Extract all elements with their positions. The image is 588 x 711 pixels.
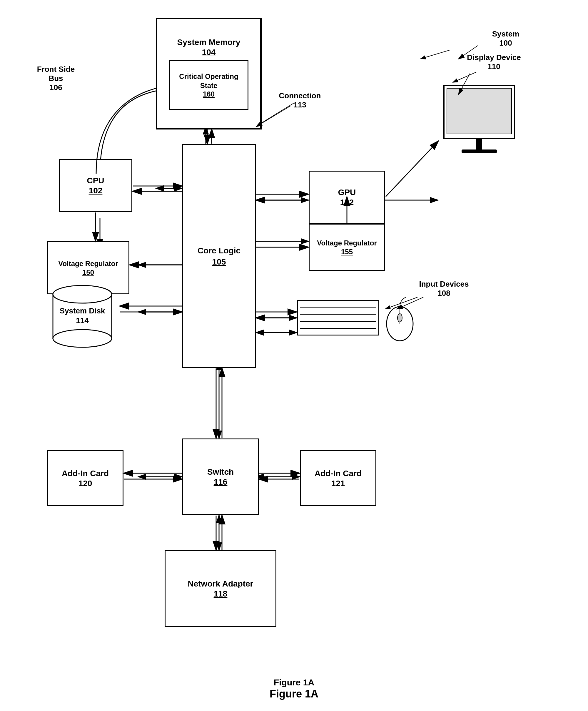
vr155-label: Voltage Regulator [317,238,377,247]
input-devices-label: Input Devices 108 [412,280,476,298]
add-in-card-120-box: Add-In Card 120 [47,450,123,506]
figure-caption: Figure 1A [0,677,588,687]
system-memory-box: System Memory 104 Critical Operating Sta… [156,18,262,129]
vr150-label: Voltage Regulator [58,259,118,268]
network-adapter-label: Network Adapter [187,579,253,589]
core-logic-label: Core Logic [198,245,241,256]
aic120-label: Add-In Card [62,468,109,479]
system-disk-cylinder: System Disk 114 [46,282,119,350]
keyboard-line-3 [300,321,376,322]
display-device-float-label: Display Device 110 [465,53,523,71]
vr150-num: 150 [82,268,94,277]
aic121-label: Add-In Card [315,468,362,479]
svg-point-23 [53,285,112,303]
gpu-label: GPU [338,187,356,198]
core-logic-num: 105 [212,257,226,267]
keyboard-line-2 [300,314,376,315]
cpu-box: CPU 102 [59,159,132,212]
svg-rect-21 [461,150,497,153]
monitor-svg [438,82,520,165]
diagram-container: System Memory 104 Critical Operating Sta… [0,0,588,711]
switch-label: Switch [207,467,234,477]
keyboard-line-4 [300,328,376,329]
critical-operating-state-box: Critical Operating State 160 [169,60,248,110]
mouse-svg [382,294,417,341]
system-disk-num: 114 [46,316,119,325]
keyboard-box [297,300,379,336]
keyboard-lines [298,301,378,335]
svg-point-24 [53,330,112,347]
network-adapter-box: Network Adapter 118 [165,550,276,627]
svg-rect-20 [476,138,482,150]
gpu-box: GPU 112 [309,171,385,224]
keyboard-line-1 [300,307,376,307]
aic121-num: 121 [331,479,345,488]
svg-point-27 [398,314,402,322]
critical-state-num: 160 [203,90,214,98]
cpu-label: CPU [87,175,104,186]
system-float-label: System 100 [476,29,535,48]
vr155-num: 155 [341,248,353,256]
system-memory-label: System Memory [177,37,241,48]
system-disk-label: System Disk [46,306,119,316]
svg-rect-19 [447,88,512,134]
cpu-num: 102 [89,186,103,195]
switch-num: 116 [214,477,228,487]
critical-state-label: Critical Operating State [170,72,248,90]
core-logic-box: Core Logic 105 [182,144,256,368]
switch-box: Switch 116 [182,438,259,515]
add-in-card-121-box: Add-In Card 121 [300,450,376,506]
voltage-regulator-155-box: Voltage Regulator 155 [309,224,385,271]
connection-label: Connection 113 [270,91,329,109]
system-memory-num: 104 [202,48,216,57]
network-adapter-num: 118 [214,589,228,599]
front-side-bus-label: Front Side Bus 106 [29,65,82,92]
gpu-num: 112 [340,198,354,207]
aic120-num: 120 [78,479,92,488]
